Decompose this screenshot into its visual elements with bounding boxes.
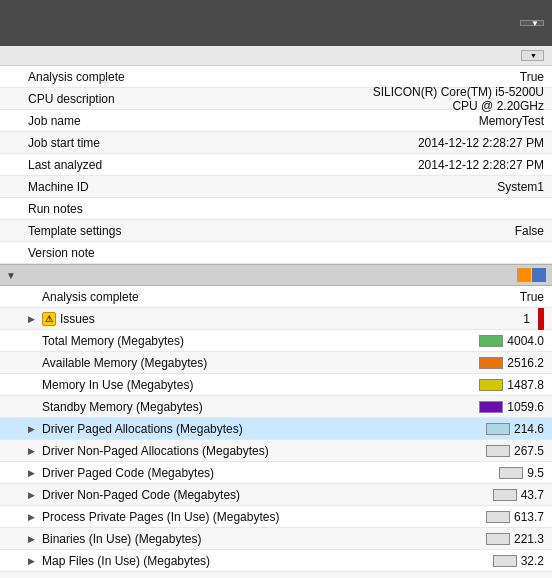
memory-row-label: Available Memory (Megabytes)	[0, 356, 352, 370]
memory-row-label: ▶Process Private Pages (In Use) (Megabyt…	[0, 510, 352, 524]
memory-row: ▶Driver Paged Allocations (Megabytes)214…	[0, 418, 552, 440]
memory-row-value: True	[352, 290, 552, 304]
expand-triangle-icon[interactable]: ▶	[28, 556, 38, 566]
memory-row: Memory In Use (Megabytes)1487.8	[0, 374, 552, 396]
run-info-row: Last analyzed2014-12-12 2:28:27 PM	[0, 154, 552, 176]
run-info-row-label: Version note	[0, 246, 352, 260]
memory-row-label: ▶Driver Paged Code (Megabytes)	[0, 466, 352, 480]
expand-triangle-icon[interactable]: ▶	[28, 512, 38, 522]
color-swatch	[486, 445, 510, 457]
run-info-row: Machine IDSystem1	[0, 176, 552, 198]
color-swatch	[479, 357, 503, 369]
memory-row: Standby Memory (Megabytes)1059.6	[0, 396, 552, 418]
memory-row-label: ▶Map Files (In Use) (Megabytes)	[0, 554, 352, 568]
expand-triangle-icon[interactable]: ▶	[28, 314, 38, 324]
run-info-row-value: True	[352, 70, 552, 84]
run-info-row-value: False	[352, 224, 552, 238]
memory-row-label: ▶Driver Paged Allocations (Megabytes)	[0, 422, 352, 436]
color-swatch	[493, 489, 517, 501]
col-header-right	[352, 50, 552, 61]
memory-row-label: ▶Binaries (In Use) (Megabytes)	[0, 532, 352, 546]
memory-footprint-header: ▼	[0, 264, 552, 286]
run-info-row-label: Run notes	[0, 202, 352, 216]
memory-row: ▶Driver Non-Paged Code (Megabytes)43.7	[0, 484, 552, 506]
expand-triangle-icon[interactable]: ▶	[28, 490, 38, 500]
memory-row-label: Analysis complete	[0, 290, 352, 304]
expand-triangle-icon[interactable]: ▶	[28, 468, 38, 478]
memory-row-label: Total Memory (Megabytes)	[0, 334, 352, 348]
color-swatch	[486, 533, 510, 545]
memory-label-text: Available Memory (Megabytes)	[42, 356, 207, 370]
memory-row-value: 267.5	[352, 444, 552, 458]
memory-color-swatches	[517, 268, 546, 282]
run-info-row-label: Last analyzed	[0, 158, 352, 172]
memory-color-blue	[532, 268, 546, 282]
memory-value-text: 4004.0	[507, 334, 544, 348]
header-bar	[0, 0, 552, 46]
memory-value-text: 1487.8	[507, 378, 544, 392]
memory-value-text: 214.6	[514, 422, 544, 436]
memory-row: ▶Driver Non-Paged Allocations (Megabytes…	[0, 440, 552, 462]
expand-triangle-icon[interactable]: ▶	[28, 534, 38, 544]
run-info-header-row	[0, 46, 552, 66]
memory-value-text: 32.2	[521, 554, 544, 568]
memory-label-text: Standby Memory (Megabytes)	[42, 400, 203, 414]
memory-row: ▶⚠Issues1	[0, 308, 552, 330]
memory-label-text: Map Files (In Use) (Megabytes)	[42, 554, 210, 568]
run-info-row-value: 2014-12-12 2:28:27 PM	[352, 158, 552, 172]
run-info-row-label: Job start time	[0, 136, 352, 150]
memory-row-label: ▶Driver Non-Paged Code (Megabytes)	[0, 488, 352, 502]
run-info-row-label: Template settings	[0, 224, 352, 238]
memory-label-text: Driver Paged Allocations (Megabytes)	[42, 422, 243, 436]
run-info-row-label: Job name	[0, 114, 352, 128]
run-info-row-value: System1	[352, 180, 552, 194]
memory-value-text: 221.3	[514, 532, 544, 546]
color-swatch	[479, 379, 503, 391]
memory-row-value: 1	[352, 308, 552, 330]
memory-footprint-rows: Analysis completeTrue▶⚠Issues1Total Memo…	[0, 286, 552, 578]
memory-label-text: Analysis complete	[42, 290, 139, 304]
memory-label-text: Driver Paged Code (Megabytes)	[42, 466, 214, 480]
memory-section-right	[517, 268, 546, 282]
run-info-row-value: MemoryTest	[352, 114, 552, 128]
memory-row-value: 1059.6	[352, 400, 552, 414]
color-swatch	[499, 467, 523, 479]
memory-value-text: 267.5	[514, 444, 544, 458]
memory-row: Total Memory (Megabytes)4004.0	[0, 330, 552, 352]
memory-row: ▶Process Private Pages (In Use) (Megabyt…	[0, 506, 552, 528]
memory-row: Analysis completeTrue	[0, 286, 552, 308]
run-info-row-value: SILICON(R) Core(TM) i5-5200U CPU @ 2.20G…	[352, 85, 552, 113]
memory-row-value: 2516.2	[352, 356, 552, 370]
memory-row-value: 43.7	[352, 488, 552, 502]
memory-label-text: Issues	[60, 312, 95, 326]
memory-expand-icon[interactable]: ▼	[6, 270, 16, 281]
color-swatch	[493, 555, 517, 567]
memory-row-value: 9.5	[352, 466, 552, 480]
color-swatch	[486, 423, 510, 435]
memory-label-text: Total Memory (Megabytes)	[42, 334, 184, 348]
memory-row-value: 221.3	[352, 532, 552, 546]
memory-value-text: 1	[523, 312, 530, 326]
memory-label-text: Memory In Use (Megabytes)	[42, 378, 193, 392]
expand-triangle-icon[interactable]: ▶	[28, 424, 38, 434]
system-dropdown[interactable]	[520, 20, 544, 26]
memory-row: ▶Map Files (In Use) (Megabytes)32.2	[0, 550, 552, 572]
memory-row-value: 4004.0	[352, 334, 552, 348]
select-rows-button[interactable]	[521, 50, 544, 61]
run-info-row-label: Machine ID	[0, 180, 352, 194]
color-swatch	[479, 335, 503, 347]
expand-triangle-icon[interactable]: ▶	[28, 446, 38, 456]
memory-value-text: 2516.2	[507, 356, 544, 370]
run-info-section: Analysis completeTrueCPU descriptionSILI…	[0, 46, 552, 264]
memory-value-text: 613.7	[514, 510, 544, 524]
memory-row-label: ▶Driver Non-Paged Allocations (Megabytes…	[0, 444, 352, 458]
memory-color-orange	[517, 268, 531, 282]
memory-value-text: 43.7	[521, 488, 544, 502]
run-info-rows: Analysis completeTrueCPU descriptionSILI…	[0, 66, 552, 264]
color-swatch	[479, 401, 503, 413]
run-info-row: Version note	[0, 242, 552, 264]
memory-label-text: Process Private Pages (In Use) (Megabyte…	[42, 510, 279, 524]
run-info-row: Job start time2014-12-12 2:28:27 PM	[0, 132, 552, 154]
memory-row-value: 214.6	[352, 422, 552, 436]
memory-row-label: ▶⚠Issues	[0, 312, 352, 326]
